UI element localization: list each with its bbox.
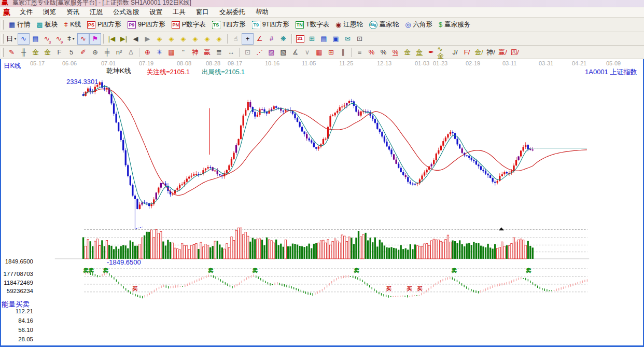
spiral-5-icon[interactable]: 5 bbox=[65, 47, 77, 58]
percent-red-icon[interactable]: % bbox=[366, 47, 377, 58]
chart-area[interactable]: 卖卖卖买卖卖卖买买买卖卖 日K线 乾坤K线 关注线=2105.1 出局线=210… bbox=[0, 59, 644, 347]
tick-flag-glyph-icon: ⚑ bbox=[92, 35, 99, 42]
compass-target-icon[interactable]: ⊕ bbox=[142, 47, 153, 58]
menu-item-5[interactable]: 公式选股 bbox=[108, 8, 144, 17]
percent-icon[interactable]: % bbox=[377, 47, 389, 58]
p-square-button[interactable]: PSP四方形 bbox=[84, 19, 124, 31]
menu-item-1[interactable]: 文件 bbox=[15, 8, 38, 17]
menu-item-4[interactable]: 江恩 bbox=[85, 8, 108, 17]
candle-style-icon[interactable]: ǂ▼ bbox=[65, 33, 77, 45]
bar-chart-icon[interactable]: ≡ bbox=[354, 47, 366, 58]
angle-lines-glyph-icon: ∡ bbox=[292, 49, 299, 55]
crosshair-tool-icon[interactable]: + bbox=[242, 33, 254, 45]
red-grid-box-icon[interactable]: ▦ bbox=[165, 47, 177, 58]
hand-tool-icon[interactable]: ☝ bbox=[230, 33, 242, 45]
gann-diamond-3-icon[interactable]: ◈ bbox=[177, 33, 189, 45]
last-page-icon[interactable]: ▶| bbox=[118, 33, 130, 45]
report-icon[interactable]: ▤ bbox=[318, 33, 330, 45]
purple-fan-box-icon[interactable]: ▨ bbox=[265, 47, 277, 58]
shen-angle-icon[interactable]: 神/ bbox=[485, 47, 497, 58]
9p-square-button[interactable]: P99P四方形 bbox=[124, 19, 169, 31]
width-arrows-icon[interactable]: ↔ bbox=[225, 47, 237, 58]
hatch-grid-icon[interactable]: ╫ bbox=[18, 47, 30, 58]
next-bar-icon[interactable]: ▶ bbox=[142, 33, 153, 45]
t-square-button[interactable]: TST四方形 bbox=[209, 19, 249, 31]
wave-3-icon[interactable]: ∿3 bbox=[41, 33, 53, 45]
quotes-button[interactable]: ▦行情 bbox=[6, 19, 33, 31]
star-burst-icon[interactable]: ✳ bbox=[153, 47, 165, 58]
ying-grid-icon[interactable]: 赢 bbox=[201, 47, 213, 58]
ruler-123-icon[interactable]: ≣ bbox=[213, 47, 225, 58]
gold-grid-b-icon[interactable]: 金 bbox=[41, 47, 53, 58]
arrow-grid-icon[interactable]: ⊞ bbox=[325, 47, 337, 58]
f-angle-icon[interactable]: F/ bbox=[461, 47, 473, 58]
gold-angle-icon[interactable]: 金/ bbox=[473, 47, 485, 58]
red-fan-icon[interactable]: ⋰ bbox=[254, 47, 265, 58]
info-list-icon[interactable]: ▤ bbox=[30, 33, 41, 45]
calculator-icon[interactable]: ⊞ bbox=[306, 33, 318, 45]
menu-item-3[interactable]: 资讯 bbox=[61, 8, 85, 17]
t-number-table-button[interactable]: TNT数字表 bbox=[292, 19, 332, 31]
gann-diamond-4-icon[interactable]: ◈ bbox=[189, 33, 201, 45]
prev-bar-icon[interactable]: ◀ bbox=[130, 33, 142, 45]
winner-wheel-button[interactable]: Big赢家轮 bbox=[366, 19, 402, 31]
dense-grid-icon[interactable]: ▦ bbox=[313, 47, 325, 58]
gold-circle-icon[interactable]: 金 bbox=[401, 47, 413, 58]
hatch-grid-2-icon[interactable]: ╪ bbox=[101, 47, 113, 58]
menu-item-2[interactable]: 浏览 bbox=[38, 8, 61, 17]
send-mail-icon[interactable]: ✉ bbox=[342, 33, 354, 45]
j-angle-icon[interactable]: J/ bbox=[449, 47, 461, 58]
dark-fan-box-icon[interactable]: ▧ bbox=[277, 47, 289, 58]
hexagon-button[interactable]: ◎六角形 bbox=[402, 19, 436, 31]
zigzag-view-icon[interactable]: ∿ bbox=[18, 33, 30, 45]
percent-underline-icon[interactable]: % bbox=[389, 47, 401, 58]
n-squared-icon[interactable]: n² bbox=[113, 47, 125, 58]
9t-square-button[interactable]: T99T四方形 bbox=[249, 19, 292, 31]
tick-flag-icon[interactable]: ⚑ bbox=[89, 33, 101, 45]
gann-diamond-5-icon[interactable]: ◈ bbox=[201, 33, 213, 45]
period-day-icon[interactable]: 日▼ bbox=[6, 33, 18, 45]
ying-angle-icon[interactable]: 赢/ bbox=[497, 47, 509, 58]
red-zigzag-icon[interactable]: ∿ bbox=[77, 33, 89, 45]
brush-icon[interactable]: ✎ bbox=[6, 47, 18, 58]
menu-item-10[interactable]: 帮助 bbox=[250, 8, 274, 17]
menu-item-9[interactable]: 交易委托 bbox=[214, 8, 250, 17]
gold-wave-icon[interactable]: ∿金 bbox=[437, 47, 449, 58]
pattern-tool-icon[interactable]: ❋ bbox=[277, 33, 289, 45]
wave-9-icon[interactable]: ∿9 bbox=[53, 33, 65, 45]
v-waves-icon[interactable]: ∨ bbox=[301, 47, 313, 58]
star-burst-glyph-icon: ✳ bbox=[157, 49, 162, 55]
save-icon[interactable]: ▣ bbox=[330, 33, 342, 45]
marker-pen-icon[interactable]: ✒ bbox=[425, 47, 437, 58]
menu-item-8[interactable]: 窗口 bbox=[191, 8, 214, 17]
angle-tool-icon[interactable]: ∠ bbox=[254, 33, 265, 45]
four-angle-icon[interactable]: 四/ bbox=[509, 47, 521, 58]
gann-grid-tool-icon[interactable]: # bbox=[265, 33, 277, 45]
a-angle-icon[interactable]: ∆ bbox=[125, 47, 137, 58]
gold-line-icon[interactable]: 金 bbox=[413, 47, 425, 58]
menu-item-7[interactable]: 工具 bbox=[167, 8, 191, 17]
menu-item-6[interactable]: 设置 bbox=[144, 8, 167, 17]
winner-service-button[interactable]: $赢家服务 bbox=[436, 19, 473, 31]
parallel-lines-icon[interactable]: ∥ bbox=[337, 47, 349, 58]
gann-wheel-button[interactable]: ◉江恩轮 bbox=[332, 19, 366, 31]
gann-diamond-2-icon[interactable]: ◈ bbox=[165, 33, 177, 45]
sectors-button[interactable]: ▩板块 bbox=[33, 19, 61, 31]
kline-button[interactable]: ǂK线 bbox=[61, 19, 84, 31]
print-icon[interactable]: ⊡ bbox=[354, 33, 366, 45]
gann-diamond-1-icon[interactable]: ◈ bbox=[153, 33, 165, 45]
toolbar-separator bbox=[103, 34, 104, 44]
angle-lines-icon[interactable]: ∡ bbox=[289, 47, 301, 58]
shen-grid-icon[interactable]: 神 bbox=[189, 47, 201, 58]
circle-ruler-icon[interactable]: ⊕ bbox=[89, 47, 101, 58]
quote-marks-icon[interactable]: ʺ bbox=[177, 47, 189, 58]
p-number-table-button[interactable]: PNP数字表 bbox=[169, 19, 209, 31]
ink-brush-icon[interactable]: ✐ bbox=[77, 47, 89, 58]
main-chart-svg[interactable]: 卖卖卖买卖卖卖买买买卖卖 bbox=[0, 59, 644, 347]
box-tool-icon[interactable]: ⊡ bbox=[242, 47, 254, 58]
first-page-icon[interactable]: |◀ bbox=[106, 33, 118, 45]
f-grid-icon[interactable]: F bbox=[53, 47, 65, 58]
gold-grid-a-icon[interactable]: 金 bbox=[30, 47, 41, 58]
gann-diamond-6-icon[interactable]: ◈ bbox=[213, 33, 225, 45]
calendar-icon[interactable]: 21 bbox=[294, 33, 306, 45]
